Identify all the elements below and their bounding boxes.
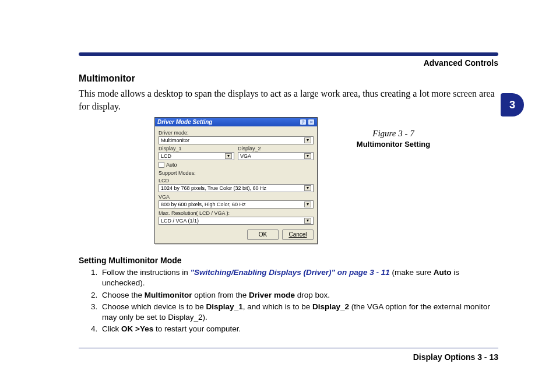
- step-link[interactable]: "Switching/Enabling Displays (Driver)" o…: [191, 268, 390, 277]
- figure-caption: Figure 3 - 7 Multimonitor Setting: [335, 129, 452, 244]
- step-bold: Multimonitor: [145, 291, 192, 299]
- vga-label: VGA: [159, 194, 314, 200]
- page-content: Advanced Controls Multimonitor This mode…: [79, 52, 498, 362]
- section-intro: This mode allows a desktop to span the d…: [79, 87, 498, 112]
- support-modes-label: Support Modes:: [159, 170, 314, 176]
- step-text: , and which is to be: [243, 302, 312, 311]
- maxres-label: Max. Resolution( LCD / VGA ):: [159, 210, 314, 216]
- footer-text: Display Options 3 - 13: [79, 352, 498, 362]
- close-icon[interactable]: ×: [308, 119, 315, 125]
- help-icon[interactable]: ?: [300, 119, 307, 125]
- bottom-rule: [79, 348, 498, 350]
- step-text: Click: [102, 324, 121, 333]
- display1-combo[interactable]: LCD ▾: [159, 152, 234, 160]
- chevron-down-icon: ▾: [225, 153, 232, 159]
- titlebar-buttons: ? ×: [300, 119, 315, 125]
- display2-value: VGA: [240, 153, 251, 159]
- top-rule: [79, 52, 498, 56]
- step-text: Follow the instructions in: [102, 268, 191, 277]
- step-text: Choose which device is to be: [102, 302, 206, 311]
- chevron-down-icon: ▾: [304, 153, 311, 159]
- driver-mode-value: Multimonitor: [161, 137, 189, 143]
- lcd-mode-value: 1024 by 768 pixels, True Color (32 bit),…: [161, 185, 266, 191]
- step-2: Choose the Multimonitor option from the …: [100, 290, 498, 301]
- dialog-button-row: OK Cancel: [159, 229, 314, 240]
- step-bold: OK >Yes: [121, 324, 153, 333]
- auto-checkbox-row[interactable]: Auto: [159, 162, 314, 168]
- chapter-number: 3: [509, 99, 515, 111]
- driver-mode-dialog: Driver Mode Setting ? × Driver mode: Mul…: [154, 117, 318, 244]
- dialog-screenshot: Driver Mode Setting ? × Driver mode: Mul…: [154, 117, 318, 244]
- step-text: option from the: [192, 291, 249, 299]
- step-bold: Auto: [434, 268, 452, 277]
- display2-label: Display_2: [238, 146, 314, 151]
- step-text: (make sure: [390, 268, 434, 277]
- step-text: Choose the: [102, 291, 145, 299]
- step-1: Follow the instructions in "Switching/En…: [100, 267, 498, 288]
- maxres-combo[interactable]: LCD / VGA (1/1) ▾: [159, 217, 314, 225]
- step-bold: Driver mode: [249, 291, 295, 299]
- step-text: to restart your computer.: [153, 324, 241, 333]
- figure-name: Multimonitor Setting: [335, 140, 452, 149]
- step-4: Click OK >Yes to restart your computer.: [100, 324, 498, 334]
- chevron-down-icon: ▾: [304, 137, 311, 143]
- vga-mode-combo[interactable]: 800 by 600 pixels, High Color, 60 Hz ▾: [159, 200, 314, 209]
- chevron-down-icon: ▾: [304, 185, 311, 191]
- auto-label: Auto: [166, 162, 177, 168]
- step-text: drop box.: [295, 291, 330, 299]
- maxres-value: LCD / VGA (1/1): [161, 218, 199, 224]
- ok-button[interactable]: OK: [247, 229, 279, 240]
- lcd-mode-combo[interactable]: 1024 by 768 pixels, True Color (32 bit),…: [159, 184, 314, 192]
- step-bold: Display_2: [312, 302, 349, 311]
- driver-mode-combo[interactable]: Multimonitor ▾: [159, 136, 314, 144]
- dialog-title-text: Driver Mode Setting: [157, 119, 212, 125]
- cancel-button[interactable]: Cancel: [282, 229, 314, 240]
- dialog-titlebar: Driver Mode Setting ? ×: [155, 118, 317, 126]
- steps-heading: Setting Multimonitor Mode: [79, 256, 498, 265]
- display2-combo[interactable]: VGA ▾: [238, 152, 314, 160]
- chevron-down-icon: ▾: [304, 202, 311, 207]
- step-bold: Display_1: [206, 302, 243, 311]
- figure-row: Driver Mode Setting ? × Driver mode: Mul…: [79, 117, 498, 244]
- section-title: Multimonitor: [79, 73, 498, 84]
- vga-mode-value: 800 by 600 pixels, High Color, 60 Hz: [161, 202, 246, 207]
- dialog-body: Driver mode: Multimonitor ▾ Display_1 LC…: [155, 126, 317, 243]
- steps-list: Follow the instructions in "Switching/En…: [100, 267, 498, 334]
- chapter-tab: 3: [501, 93, 524, 116]
- step-3: Choose which device is to be Display_1, …: [100, 302, 498, 323]
- display1-label: Display_1: [159, 146, 234, 151]
- lcd-label: LCD: [159, 178, 314, 183]
- header-section: Advanced Controls: [79, 58, 498, 68]
- chevron-down-icon: ▾: [304, 218, 311, 224]
- display1-value: LCD: [161, 153, 171, 159]
- figure-number: Figure 3 - 7: [335, 129, 452, 139]
- checkbox-icon: [159, 162, 164, 168]
- driver-mode-label: Driver mode:: [159, 130, 314, 136]
